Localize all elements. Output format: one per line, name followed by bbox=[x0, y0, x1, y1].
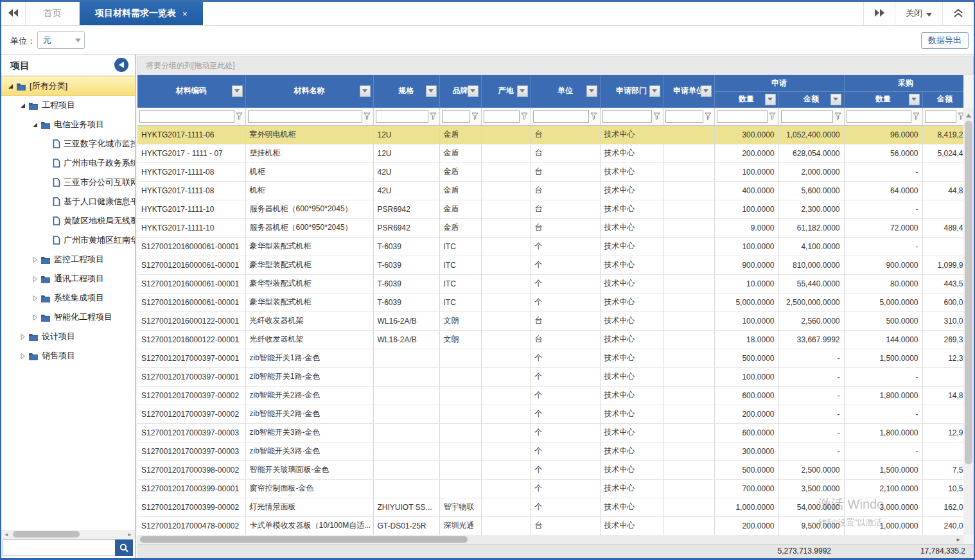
filter-funnel-icon[interactable] bbox=[705, 112, 712, 120]
table-cell[interactable]: 室外弱电机柜 bbox=[245, 125, 373, 144]
table-cell[interactable]: 12,9 bbox=[922, 423, 963, 442]
table-row[interactable]: HYKTG2017-1111-08机柜42U金盾台技术中心100.00002,0… bbox=[137, 162, 963, 181]
table-cell[interactable]: 个 bbox=[531, 479, 600, 498]
table-cell[interactable] bbox=[663, 274, 714, 293]
table-cell[interactable]: 2,500,000.0000 bbox=[778, 293, 844, 311]
table-row[interactable]: S1270012016000061-00001豪华型装配式机柜T-6039ITC… bbox=[137, 293, 963, 311]
table-cell[interactable]: 72.0000 bbox=[844, 218, 922, 237]
table-cell[interactable] bbox=[663, 144, 714, 162]
tab-material-requirements[interactable]: 项目材料需求一览表 × bbox=[80, 2, 203, 25]
table-cell[interactable]: 窗帘控制面板-金色 bbox=[245, 479, 373, 498]
table-cell[interactable] bbox=[439, 423, 481, 442]
table-row[interactable]: S1270012017000397-00002zib智能开关2路-金色个技术中心… bbox=[137, 405, 963, 423]
table-cell[interactable]: S1270012017000397-00001 bbox=[137, 349, 245, 367]
table-cell[interactable]: 80.0000 bbox=[844, 274, 922, 293]
column-filter-input[interactable] bbox=[139, 110, 234, 123]
table-cell[interactable]: 3,500.0000 bbox=[778, 479, 844, 498]
table-cell[interactable]: 技术中心 bbox=[600, 516, 663, 535]
table-cell[interactable] bbox=[439, 386, 481, 405]
table-cell[interactable] bbox=[663, 367, 714, 386]
table-cell[interactable] bbox=[481, 330, 531, 349]
table-cell[interactable]: T-6039 bbox=[373, 274, 439, 293]
table-cell[interactable] bbox=[481, 405, 531, 423]
column-filter-dropdown-icon[interactable] bbox=[909, 94, 920, 105]
table-cell[interactable]: HYKTG2017-1111-08 bbox=[137, 181, 245, 200]
table-cell[interactable]: 12U bbox=[373, 125, 439, 144]
table-cell[interactable]: S1270012017000399-00001 bbox=[137, 479, 245, 498]
table-cell[interactable] bbox=[663, 293, 714, 311]
tree-collapsed-icon[interactable] bbox=[31, 276, 39, 282]
table-vertical-scrollbar[interactable] bbox=[963, 108, 974, 535]
table-cell[interactable]: 54,000.0000 bbox=[778, 498, 844, 516]
table-cell[interactable]: zib智能开关1路-金色 bbox=[245, 349, 373, 367]
column-filter-dropdown-icon[interactable] bbox=[426, 85, 437, 97]
table-cell[interactable]: 42U bbox=[373, 162, 439, 181]
table-cell[interactable]: HYKTG2017-1111-06 bbox=[137, 125, 245, 144]
table-cell[interactable] bbox=[481, 442, 531, 460]
scrollbar-thumb[interactable] bbox=[140, 536, 468, 543]
table-cell[interactable] bbox=[663, 218, 714, 237]
tree-item[interactable]: 广州市电子政务系统项 bbox=[1, 153, 135, 173]
table-cell[interactable]: 台 bbox=[531, 218, 600, 237]
table-cell[interactable] bbox=[481, 256, 531, 274]
table-cell[interactable] bbox=[481, 125, 531, 144]
table-cell[interactable]: 个 bbox=[531, 460, 600, 479]
table-cell[interactable]: 500.0000 bbox=[714, 349, 778, 367]
table-cell[interactable]: 个 bbox=[531, 274, 600, 293]
table-cell[interactable]: S1270012017000397-00001 bbox=[137, 367, 245, 386]
tab-home[interactable]: 首页 bbox=[26, 2, 80, 25]
table-cell[interactable] bbox=[481, 200, 531, 218]
filter-funnel-icon[interactable] bbox=[834, 112, 842, 120]
table-cell[interactable] bbox=[373, 386, 439, 405]
table-cell[interactable]: 文朗 bbox=[439, 330, 481, 349]
table-cell[interactable]: 5,024,4 bbox=[922, 144, 963, 162]
table-cell[interactable]: 96.0000 bbox=[844, 125, 922, 144]
table-cell[interactable] bbox=[439, 442, 481, 460]
table-row[interactable]: S1270012016000061-00001豪华型装配式机柜T-6039ITC… bbox=[137, 274, 963, 293]
unit-select[interactable]: 元 bbox=[37, 31, 85, 49]
table-cell[interactable]: 机柜 bbox=[245, 181, 373, 200]
table-cell[interactable]: 1,052,400.0000 bbox=[778, 125, 844, 144]
tree-expanded-icon[interactable] bbox=[6, 83, 14, 89]
table-cell[interactable] bbox=[481, 479, 531, 498]
table-cell[interactable]: 金盾 bbox=[439, 144, 481, 162]
tree-search-input[interactable] bbox=[3, 539, 115, 556]
tree-collapsed-icon[interactable] bbox=[19, 334, 26, 340]
column-header[interactable]: 数量 bbox=[714, 91, 778, 107]
column-header[interactable]: 申请部门 bbox=[600, 75, 663, 107]
table-cell[interactable]: 600,0 bbox=[922, 293, 963, 311]
table-cell[interactable] bbox=[922, 405, 963, 423]
table-cell[interactable]: 技术中心 bbox=[600, 274, 663, 293]
table-cell[interactable]: S1270012016000061-00001 bbox=[137, 293, 245, 311]
tree-collapsed-icon[interactable] bbox=[19, 353, 26, 359]
table-cell[interactable]: 机柜 bbox=[245, 162, 373, 181]
table-cell[interactable]: 300.0000 bbox=[714, 125, 778, 144]
filter-funnel-icon[interactable] bbox=[364, 112, 371, 120]
table-cell[interactable]: 1,000.0000 bbox=[714, 498, 778, 516]
table-row[interactable]: S1270012017000397-00001zib智能开关1路-金色个技术中心… bbox=[137, 367, 963, 386]
table-cell[interactable]: zib智能开关3路-金色 bbox=[245, 442, 373, 460]
tree-item[interactable]: 黄陂区地税局无线覆盖 bbox=[1, 211, 135, 231]
table-cell[interactable]: 810,000.0000 bbox=[778, 256, 844, 274]
table-cell[interactable]: 豪华型装配式机柜 bbox=[245, 293, 373, 311]
table-cell[interactable] bbox=[663, 125, 714, 144]
table-cell[interactable]: 个 bbox=[531, 293, 600, 311]
table-cell[interactable] bbox=[663, 479, 714, 498]
column-filter-dropdown-icon[interactable] bbox=[765, 94, 776, 105]
table-row[interactable]: HYKTG2017 - 1111 - 07壁挂机柜12U金盾台技术中心200.0… bbox=[137, 144, 963, 162]
table-cell[interactable]: 900.0000 bbox=[714, 256, 778, 274]
table-row[interactable]: S1270012017000399-00002灯光情景面板ZHIYUIOT SS… bbox=[137, 498, 963, 516]
column-filter-input[interactable] bbox=[847, 110, 911, 123]
table-cell[interactable]: 5,000.0000 bbox=[714, 293, 778, 311]
table-cell[interactable] bbox=[481, 162, 531, 181]
table-cell[interactable]: GT-DS01-25R bbox=[373, 516, 439, 535]
table-cell[interactable]: S1270012017000478-00002 bbox=[137, 516, 245, 535]
table-cell[interactable]: 7,5 bbox=[922, 460, 963, 479]
table-cell[interactable]: 14,8 bbox=[922, 386, 963, 405]
table-cell[interactable] bbox=[481, 237, 531, 256]
table-cell[interactable]: - bbox=[778, 442, 844, 460]
table-cell[interactable]: 技术中心 bbox=[600, 162, 663, 181]
table-cell[interactable]: - bbox=[778, 386, 844, 405]
table-cell[interactable]: 金盾 bbox=[439, 181, 481, 200]
table-cell[interactable]: 技术中心 bbox=[600, 200, 663, 218]
